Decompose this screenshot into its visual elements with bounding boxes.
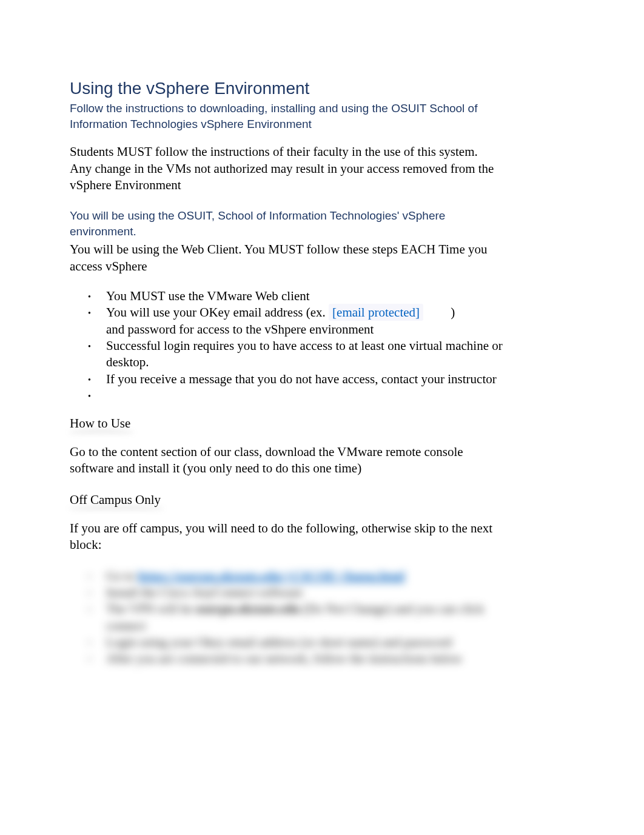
- list-item: You will use your OKey email address (ex…: [88, 304, 512, 338]
- list-item: You MUST use the VMware Web client: [88, 288, 512, 304]
- list-item-text: Go to: [106, 569, 138, 583]
- environment-heading: You will be using the OSUIT, School of I…: [70, 208, 494, 239]
- list-item-text: and password for access to the vShpere e…: [106, 322, 374, 337]
- blurred-list: Go to https://osuvpn.okstate.edu/+CSCOE+…: [70, 568, 574, 668]
- list-item: After you are connected to our network, …: [88, 651, 512, 667]
- off-campus-heading: Off Campus Only: [70, 492, 161, 508]
- email-protected-link[interactable]: [email protected]: [329, 304, 423, 321]
- blurred-content: Go to https://osuvpn.okstate.edu/+CSCOE+…: [70, 568, 574, 668]
- list-item: Successful login requires you to have ac…: [88, 338, 512, 371]
- how-to-use-heading: How to Use: [70, 415, 130, 432]
- off-campus-text: If you are off campus, you will need to …: [70, 520, 494, 554]
- list-item: Go to https://osuvpn.okstate.edu/+CSCOE+…: [88, 568, 512, 585]
- instruction-list: You MUST use the VMware Web client You w…: [70, 288, 574, 401]
- page-title: Using the vSphere Environment: [70, 79, 574, 98]
- list-item-text: ): [451, 305, 455, 320]
- list-item-text: The VPN will be: [106, 602, 196, 616]
- list-item: Install the Cisco AnyConnect software: [88, 585, 512, 601]
- warning-text: Students MUST follow the instructions of…: [70, 144, 494, 193]
- list-item-text: You will use your OKey email address (ex…: [106, 305, 329, 320]
- web-client-note: You will be using the Web Client. You MU…: [70, 241, 494, 275]
- list-item-empty: [88, 387, 512, 401]
- list-item: Login using your Okey email address (or …: [88, 634, 512, 651]
- list-item: The VPN will be osuvpn.okstate.edu (Do N…: [88, 601, 512, 634]
- vpn-host: osuvpn.okstate.edu: [196, 602, 300, 616]
- how-to-use-text: Go to the content section of our class, …: [70, 444, 494, 477]
- page-subtitle: Follow the instructions to downloading, …: [70, 101, 506, 132]
- list-item: If you receive a message that you do not…: [88, 371, 512, 387]
- vpn-link: https://osuvpn.okstate.edu/+CSCOE+/logon…: [138, 569, 405, 583]
